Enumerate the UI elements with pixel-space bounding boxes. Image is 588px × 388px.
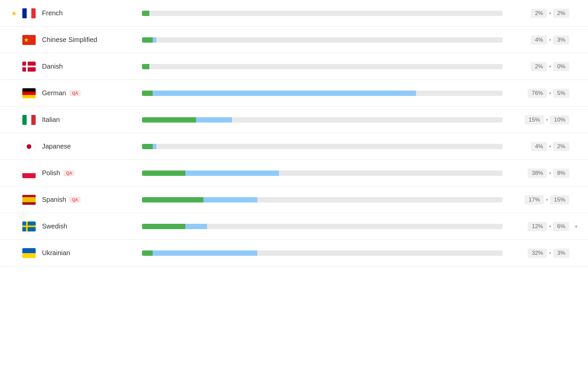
stat-dot: • bbox=[546, 196, 548, 203]
bar-green bbox=[142, 250, 153, 256]
bar-green bbox=[142, 91, 153, 96]
flag-col-spanish bbox=[20, 195, 38, 205]
stat-dot: • bbox=[549, 250, 551, 256]
stat-dot: • bbox=[549, 170, 551, 177]
progress-bar bbox=[142, 224, 503, 229]
progress-bar bbox=[142, 250, 503, 256]
bar-blue bbox=[153, 144, 156, 149]
progress-col-danish bbox=[142, 64, 503, 69]
language-row-japanese[interactable]: Japanese 4% • 2% bbox=[0, 133, 588, 160]
star-col: ★ bbox=[8, 9, 20, 17]
lang-name-col-swedish: Swedish bbox=[42, 222, 129, 230]
flag-col-japanese bbox=[20, 142, 38, 152]
flag-french bbox=[22, 8, 36, 18]
language-row-ukrainian[interactable]: Ukrainian 32% • 3% bbox=[0, 240, 588, 266]
stat-blue: 2% bbox=[553, 9, 569, 18]
bar-blue bbox=[153, 37, 156, 43]
language-row-french[interactable]: ★French 2% • 2% bbox=[0, 0, 588, 27]
bar-blue bbox=[203, 197, 257, 202]
flag-german bbox=[22, 88, 36, 98]
stats-col-chinese-simplified: 4% • 3% bbox=[516, 35, 569, 45]
progress-col-italian bbox=[142, 117, 503, 123]
flag-spanish bbox=[22, 195, 36, 205]
lang-name-col-polish: PolishQA bbox=[42, 169, 129, 177]
stat-green: 76% bbox=[528, 89, 547, 98]
progress-bar bbox=[142, 11, 503, 16]
flag-polish bbox=[22, 168, 36, 178]
progress-col-spanish bbox=[142, 197, 503, 202]
star-icon[interactable]: ★ bbox=[11, 9, 17, 17]
lang-name-col-german: GermanQA bbox=[42, 89, 129, 97]
flag-ukrainian bbox=[22, 248, 36, 258]
chevron-col-swedish: ▾ bbox=[572, 224, 580, 229]
stat-green: 38% bbox=[528, 169, 547, 178]
lang-name: Chinese Simplified bbox=[42, 36, 97, 44]
stats-col-german: 76% • 5% bbox=[516, 89, 569, 98]
progress-col-ukrainian bbox=[142, 250, 503, 256]
language-row-italian[interactable]: Italian 15% • 10% bbox=[0, 107, 588, 133]
lang-name: Ukrainian bbox=[42, 249, 70, 257]
stats-col-japanese: 4% • 2% bbox=[516, 142, 569, 151]
flag-danish bbox=[22, 62, 36, 72]
bar-green bbox=[142, 171, 185, 176]
progress-col-swedish bbox=[142, 224, 503, 229]
progress-bar bbox=[142, 117, 503, 123]
language-row-polish[interactable]: PolishQA 38% • 8% bbox=[0, 160, 588, 187]
language-row-spanish[interactable]: SpanishQA 17% • 15% bbox=[0, 187, 588, 213]
stat-green: 2% bbox=[531, 9, 547, 18]
stat-dot: • bbox=[549, 223, 551, 230]
stats-col-french: 2% • 2% bbox=[516, 9, 569, 18]
lang-name-col-italian: Italian bbox=[42, 116, 129, 124]
qa-badge: QA bbox=[69, 197, 81, 203]
stat-dot: • bbox=[546, 117, 548, 123]
stat-green: 17% bbox=[525, 195, 544, 204]
progress-col-japanese bbox=[142, 144, 503, 149]
lang-name-col-spanish: SpanishQA bbox=[42, 196, 129, 203]
lang-name: Spanish bbox=[42, 196, 66, 203]
stat-blue: 5% bbox=[553, 89, 569, 98]
bar-green bbox=[142, 144, 153, 149]
lang-name: Swedish bbox=[42, 222, 67, 230]
progress-bar bbox=[142, 64, 503, 69]
flag-col-italian bbox=[20, 115, 38, 125]
flag-col-ukrainian bbox=[20, 248, 38, 258]
chevron-down-icon[interactable]: ▾ bbox=[575, 224, 577, 229]
stat-green: 32% bbox=[528, 248, 547, 258]
stat-dot: • bbox=[549, 10, 551, 17]
stat-blue: 10% bbox=[550, 115, 569, 125]
stat-dot: • bbox=[549, 37, 551, 43]
bar-green bbox=[142, 197, 203, 202]
language-row-danish[interactable]: Danish 2% • 0% bbox=[0, 53, 588, 80]
stat-blue: 6% bbox=[553, 222, 569, 231]
bar-green bbox=[142, 224, 185, 229]
stat-blue: 15% bbox=[550, 195, 569, 204]
stat-blue: 8% bbox=[553, 169, 569, 178]
flag-col-chinese-simplified bbox=[20, 35, 38, 45]
stats-col-danish: 2% • 0% bbox=[516, 62, 569, 71]
bar-green bbox=[142, 37, 153, 43]
language-row-swedish[interactable]: Swedish 12% • 6% ▾ bbox=[0, 213, 588, 240]
progress-bar bbox=[142, 144, 503, 149]
lang-name: Polish bbox=[42, 169, 60, 177]
lang-name-col-danish: Danish bbox=[42, 63, 129, 70]
flag-chinese bbox=[22, 35, 36, 45]
stat-green: 4% bbox=[531, 35, 547, 45]
language-row-german[interactable]: GermanQA 76% • 5% bbox=[0, 80, 588, 107]
stat-green: 2% bbox=[531, 62, 547, 71]
lang-name: Japanese bbox=[42, 143, 71, 150]
stats-col-ukrainian: 32% • 3% bbox=[516, 248, 569, 258]
stats-col-polish: 38% • 8% bbox=[516, 169, 569, 178]
flag-col-french bbox=[20, 8, 38, 18]
stat-blue: 2% bbox=[553, 142, 569, 151]
stats-col-spanish: 17% • 15% bbox=[516, 195, 569, 204]
stat-blue: 0% bbox=[553, 62, 569, 71]
stat-dot: • bbox=[549, 63, 551, 70]
flag-col-german bbox=[20, 88, 38, 98]
progress-col-german bbox=[142, 91, 503, 96]
lang-name-col-french: French bbox=[42, 9, 129, 17]
flag-swedish bbox=[22, 221, 36, 231]
flag-col-danish bbox=[20, 62, 38, 72]
language-row-chinese-simplified[interactable]: Chinese Simplified 4% • 3% bbox=[0, 27, 588, 53]
stats-col-swedish: 12% • 6% bbox=[516, 222, 569, 231]
qa-badge: QA bbox=[63, 170, 75, 176]
